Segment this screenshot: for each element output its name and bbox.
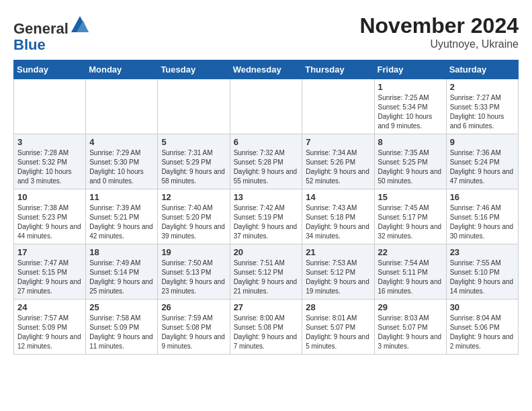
month-title: November 2024	[359, 13, 519, 38]
calendar-week-row: 1Sunrise: 7:25 AMSunset: 5:34 PMDaylight…	[14, 79, 519, 134]
day-info: Sunrise: 7:51 AMSunset: 5:12 PMDaylight:…	[234, 259, 299, 296]
calendar-header-wednesday: Wednesday	[230, 60, 302, 79]
calendar-cell: 11Sunrise: 7:39 AMSunset: 5:21 PMDayligh…	[86, 189, 158, 244]
calendar-cell	[302, 79, 374, 134]
day-number: 18	[89, 247, 154, 257]
day-number: 14	[306, 192, 370, 202]
calendar-week-row: 24Sunrise: 7:57 AMSunset: 5:09 PMDayligh…	[14, 300, 519, 355]
day-number: 6	[234, 137, 299, 147]
day-number: 11	[89, 192, 154, 202]
calendar-header-row: SundayMondayTuesdayWednesdayThursdayFrid…	[14, 60, 519, 79]
calendar-cell: 8Sunrise: 7:35 AMSunset: 5:25 PMDaylight…	[374, 134, 446, 189]
day-number: 21	[306, 247, 370, 257]
calendar-cell: 13Sunrise: 7:42 AMSunset: 5:19 PMDayligh…	[230, 189, 302, 244]
day-info: Sunrise: 7:54 AMSunset: 5:11 PMDaylight:…	[378, 259, 443, 296]
calendar-cell: 18Sunrise: 7:49 AMSunset: 5:14 PMDayligh…	[86, 244, 158, 300]
calendar-cell: 21Sunrise: 7:53 AMSunset: 5:12 PMDayligh…	[302, 244, 374, 300]
calendar-cell: 25Sunrise: 7:58 AMSunset: 5:09 PMDayligh…	[86, 300, 158, 355]
day-number: 26	[161, 302, 226, 312]
location-title: Uyutnoye, Ukraine	[359, 38, 519, 50]
calendar-cell: 27Sunrise: 8:00 AMSunset: 5:08 PMDayligh…	[230, 300, 302, 355]
day-info: Sunrise: 7:55 AMSunset: 5:10 PMDaylight:…	[450, 259, 515, 296]
day-info: Sunrise: 7:45 AMSunset: 5:17 PMDaylight:…	[378, 203, 443, 241]
day-info: Sunrise: 7:28 AMSunset: 5:32 PMDaylight:…	[17, 148, 82, 186]
calendar-header-sunday: Sunday	[14, 60, 86, 79]
day-number: 20	[234, 247, 299, 257]
day-info: Sunrise: 8:01 AMSunset: 5:07 PMDaylight:…	[306, 314, 370, 351]
day-number: 24	[17, 302, 82, 312]
day-number: 23	[450, 247, 515, 257]
day-number: 30	[450, 302, 515, 312]
calendar-cell: 6Sunrise: 7:32 AMSunset: 5:28 PMDaylight…	[230, 134, 302, 189]
logo-general-text: General	[13, 20, 69, 37]
day-number: 29	[378, 302, 443, 312]
day-number: 13	[234, 192, 299, 202]
day-number: 5	[161, 137, 226, 147]
day-number: 16	[450, 192, 515, 202]
day-info: Sunrise: 7:47 AMSunset: 5:15 PMDaylight:…	[17, 259, 82, 296]
day-info: Sunrise: 7:57 AMSunset: 5:09 PMDaylight:…	[17, 314, 82, 351]
day-info: Sunrise: 7:39 AMSunset: 5:21 PMDaylight:…	[89, 203, 154, 241]
calendar-header-tuesday: Tuesday	[158, 60, 230, 79]
calendar-week-row: 17Sunrise: 7:47 AMSunset: 5:15 PMDayligh…	[14, 244, 519, 300]
day-number: 8	[378, 137, 443, 147]
calendar-cell: 19Sunrise: 7:50 AMSunset: 5:13 PMDayligh…	[158, 244, 230, 300]
calendar-cell: 30Sunrise: 8:04 AMSunset: 5:06 PMDayligh…	[446, 300, 518, 355]
calendar-cell	[14, 79, 86, 134]
calendar-week-row: 10Sunrise: 7:38 AMSunset: 5:23 PMDayligh…	[14, 189, 519, 244]
day-number: 25	[89, 302, 154, 312]
calendar-cell: 2Sunrise: 7:27 AMSunset: 5:33 PMDaylight…	[446, 79, 518, 134]
day-info: Sunrise: 8:04 AMSunset: 5:06 PMDaylight:…	[450, 314, 515, 351]
day-info: Sunrise: 7:43 AMSunset: 5:18 PMDaylight:…	[306, 203, 370, 241]
calendar-cell: 28Sunrise: 8:01 AMSunset: 5:07 PMDayligh…	[302, 300, 374, 355]
calendar-header-thursday: Thursday	[302, 60, 374, 79]
calendar-cell: 29Sunrise: 8:03 AMSunset: 5:07 PMDayligh…	[374, 300, 446, 355]
day-info: Sunrise: 7:58 AMSunset: 5:09 PMDaylight:…	[89, 314, 154, 351]
day-info: Sunrise: 8:00 AMSunset: 5:08 PMDaylight:…	[234, 314, 299, 351]
day-number: 10	[17, 192, 82, 202]
day-info: Sunrise: 7:29 AMSunset: 5:30 PMDaylight:…	[89, 148, 154, 186]
calendar-cell	[230, 79, 302, 134]
day-info: Sunrise: 7:59 AMSunset: 5:08 PMDaylight:…	[161, 314, 226, 351]
calendar-cell	[86, 79, 158, 134]
day-info: Sunrise: 7:31 AMSunset: 5:29 PMDaylight:…	[161, 148, 226, 186]
day-number: 28	[306, 302, 370, 312]
calendar-cell: 9Sunrise: 7:36 AMSunset: 5:24 PMDaylight…	[446, 134, 518, 189]
day-info: Sunrise: 7:42 AMSunset: 5:19 PMDaylight:…	[234, 203, 299, 241]
day-info: Sunrise: 7:46 AMSunset: 5:16 PMDaylight:…	[450, 203, 515, 241]
day-number: 1	[378, 82, 443, 92]
calendar-cell: 12Sunrise: 7:40 AMSunset: 5:20 PMDayligh…	[158, 189, 230, 244]
day-number: 17	[17, 247, 82, 257]
calendar-header-monday: Monday	[86, 60, 158, 79]
calendar-cell: 20Sunrise: 7:51 AMSunset: 5:12 PMDayligh…	[230, 244, 302, 300]
logo-icon	[70, 13, 90, 34]
logo-blue-text: Blue	[13, 36, 46, 53]
day-info: Sunrise: 7:53 AMSunset: 5:12 PMDaylight:…	[306, 259, 370, 296]
calendar-cell: 22Sunrise: 7:54 AMSunset: 5:11 PMDayligh…	[374, 244, 446, 300]
day-number: 22	[378, 247, 443, 257]
calendar-cell: 3Sunrise: 7:28 AMSunset: 5:32 PMDaylight…	[14, 134, 86, 189]
calendar-cell	[158, 79, 230, 134]
calendar-cell: 15Sunrise: 7:45 AMSunset: 5:17 PMDayligh…	[374, 189, 446, 244]
calendar-cell: 4Sunrise: 7:29 AMSunset: 5:30 PMDaylight…	[86, 134, 158, 189]
calendar-cell: 24Sunrise: 7:57 AMSunset: 5:09 PMDayligh…	[14, 300, 86, 355]
day-number: 7	[306, 137, 370, 147]
day-info: Sunrise: 8:03 AMSunset: 5:07 PMDaylight:…	[378, 314, 443, 351]
day-number: 3	[17, 137, 82, 147]
day-number: 4	[89, 137, 154, 147]
day-number: 15	[378, 192, 443, 202]
day-info: Sunrise: 7:34 AMSunset: 5:26 PMDaylight:…	[306, 148, 370, 186]
day-info: Sunrise: 7:36 AMSunset: 5:24 PMDaylight:…	[450, 148, 515, 186]
day-info: Sunrise: 7:50 AMSunset: 5:13 PMDaylight:…	[161, 259, 226, 296]
calendar-table: SundayMondayTuesdayWednesdayThursdayFrid…	[13, 60, 519, 355]
day-info: Sunrise: 7:40 AMSunset: 5:20 PMDaylight:…	[161, 203, 226, 241]
calendar-header-saturday: Saturday	[446, 60, 518, 79]
day-number: 2	[450, 82, 515, 92]
logo: General Blue	[13, 13, 90, 53]
page-header: General Blue November 2024 Uyutnoye, Ukr…	[13, 13, 519, 53]
day-info: Sunrise: 7:49 AMSunset: 5:14 PMDaylight:…	[89, 259, 154, 296]
calendar-cell: 7Sunrise: 7:34 AMSunset: 5:26 PMDaylight…	[302, 134, 374, 189]
day-info: Sunrise: 7:35 AMSunset: 5:25 PMDaylight:…	[378, 148, 443, 186]
calendar-cell: 14Sunrise: 7:43 AMSunset: 5:18 PMDayligh…	[302, 189, 374, 244]
day-info: Sunrise: 7:38 AMSunset: 5:23 PMDaylight:…	[17, 203, 82, 241]
